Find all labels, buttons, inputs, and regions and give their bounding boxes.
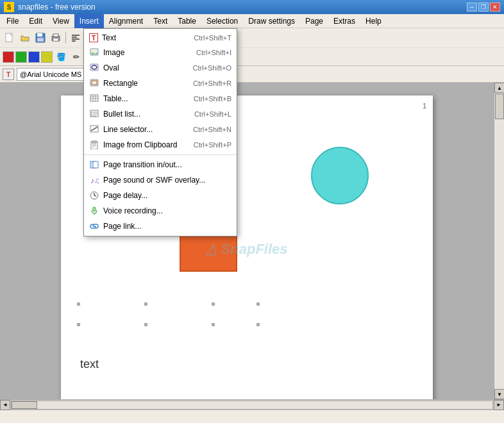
insert-table-shortcut: Ctrl+Shift+B — [194, 95, 231, 103]
oval-insert-icon — [89, 63, 99, 73]
page-number: 1 — [423, 102, 426, 110]
svg-point-38 — [91, 113, 92, 115]
page-link-item[interactable]: Page link... — [84, 219, 237, 234]
page-delay-item[interactable]: Page delay... — [84, 188, 237, 203]
menu-draw-settings[interactable]: Draw settings — [243, 14, 300, 28]
insert-table-label: Table... — [103, 94, 190, 103]
bullet-insert-icon — [89, 109, 99, 119]
close-button[interactable]: ✕ — [490, 3, 500, 12]
color-yellow-button[interactable] — [41, 51, 53, 63]
minimize-button[interactable]: ─ — [467, 3, 477, 12]
color-blue-button[interactable] — [28, 51, 40, 63]
voice-recording-icon — [89, 206, 99, 216]
menu-help[interactable]: Help — [360, 14, 387, 28]
main-content: 1 text △ SnapFiles ▲ ▼ — [0, 83, 504, 399]
voice-recording-item[interactable]: Voice recording... — [84, 203, 237, 219]
svg-point-26 — [91, 49, 94, 52]
menu-alignment[interactable]: Alignment — [104, 14, 148, 28]
line-insert-icon — [89, 124, 99, 135]
scroll-left-button[interactable]: ◄ — [0, 400, 10, 410]
insert-image-label: Image — [103, 48, 192, 57]
menu-view[interactable]: View — [47, 14, 74, 28]
fill-tool-button[interactable]: 🪣 — [54, 50, 68, 64]
bottom-scrollbar: ◄ ► — [0, 399, 504, 410]
title-bar: S snapfiles - free version ─ ❐ ✕ — [0, 0, 504, 14]
insert-bullet-item[interactable]: Bullet list... Ctrl+Shift+L — [84, 106, 237, 122]
insert-line-item[interactable]: Line selector... Ctrl+Shift+N — [84, 122, 237, 137]
toolbar-row-2: 🪣 ✏ 🔍 🔎 — [0, 47, 504, 65]
scroll-track-bottom[interactable] — [11, 401, 493, 410]
canvas-wrapper: 1 text △ SnapFiles — [0, 83, 494, 399]
print-button[interactable] — [49, 31, 63, 45]
image-insert-icon — [89, 47, 99, 58]
separator-1 — [65, 32, 66, 44]
insert-dropdown: T Text Ctrl+Shift+T Image Ctrl+Shift+I O… — [83, 28, 237, 236]
svg-text:♪♫: ♪♫ — [90, 176, 99, 185]
menu-edit[interactable]: Edit — [24, 14, 47, 28]
text-insert-icon: T — [89, 33, 98, 42]
insert-oval-item[interactable]: Oval Ctrl+Shift+O — [84, 60, 237, 76]
title-bar-left: S snapfiles - free version — [4, 2, 96, 12]
svg-rect-2 — [37, 33, 42, 37]
open-button[interactable] — [18, 31, 32, 45]
svg-rect-6 — [53, 38, 58, 41]
font-name-selector[interactable]: @Arial Unicode MS — [17, 68, 94, 81]
page-sound-icon: ♪♫ — [89, 175, 99, 185]
scroll-thumb-right[interactable] — [495, 94, 504, 119]
menu-table[interactable]: Table — [172, 14, 201, 28]
scroll-thumb-bottom[interactable] — [12, 401, 37, 409]
scroll-down-button[interactable]: ▼ — [494, 389, 504, 399]
insert-oval-label: Oval — [103, 63, 189, 72]
app-icon: S — [4, 2, 14, 12]
menu-extras[interactable]: Extras — [328, 14, 360, 28]
rectangle-insert-icon — [89, 78, 99, 88]
svg-rect-57 — [93, 207, 96, 212]
app-window: S snapfiles - free version ─ ❐ ✕ File Ed… — [0, 0, 504, 423]
insert-image-item[interactable]: Image Ctrl+Shift+I — [84, 45, 237, 60]
insert-clipboard-item[interactable]: Image from Clipboard Ctrl+Shift+P — [84, 137, 237, 153]
insert-text-item[interactable]: T Text Ctrl+Shift+T — [84, 31, 237, 45]
menu-text[interactable]: Text — [148, 14, 172, 28]
page-transition-icon — [89, 160, 99, 170]
status-bar — [0, 410, 504, 423]
menu-file[interactable]: File — [1, 14, 24, 28]
page-sound-item[interactable]: ♪♫ Page sound or SWF overlay... — [84, 172, 237, 188]
app-title: snapfiles - free version — [18, 3, 96, 12]
svg-line-56 — [94, 195, 96, 196]
svg-rect-31 — [90, 95, 98, 101]
svg-point-39 — [91, 115, 92, 117]
pencil-button[interactable]: ✏ — [69, 50, 83, 64]
toolbar-row-1: T ↺ ↻ 🔒 — [0, 28, 504, 47]
toolbar-area: T ↺ ↻ 🔒 🪣 ✏ 🔍 🔎 — [0, 28, 504, 66]
insert-table-item[interactable]: Table... Ctrl+Shift+B — [84, 91, 237, 106]
insert-rectangle-shortcut: Ctrl+Shift+R — [193, 79, 231, 87]
scroll-up-button[interactable]: ▲ — [494, 83, 504, 93]
clipboard-insert-icon — [89, 140, 99, 150]
menu-bar: File Edit View Insert Alignment Text Tab… — [0, 14, 504, 28]
menu-insert[interactable]: Insert — [74, 14, 104, 28]
insert-line-label: Line selector... — [103, 125, 189, 134]
insert-clipboard-label: Image from Clipboard — [103, 140, 190, 149]
dropdown-section-2: Page transition in/out... ♪♫ Page sound … — [84, 155, 237, 236]
menu-page[interactable]: Page — [300, 14, 328, 28]
save-button[interactable] — [33, 31, 47, 45]
scroll-track-right[interactable] — [494, 93, 504, 389]
svg-rect-46 — [92, 141, 96, 143]
restore-button[interactable]: ❐ — [478, 3, 489, 12]
scroll-right-button[interactable]: ► — [494, 400, 504, 410]
canvas-circle[interactable] — [311, 147, 369, 204]
text-icon: T — [3, 69, 14, 80]
color-green-button[interactable] — [15, 51, 27, 63]
new-button[interactable] — [3, 31, 17, 45]
canvas-text-element[interactable]: text — [80, 358, 99, 371]
right-scrollbar: ▲ ▼ — [494, 83, 504, 399]
align-left-button[interactable] — [69, 31, 83, 45]
color-red-button[interactable] — [3, 51, 14, 63]
voice-recording-label: Voice recording... — [103, 206, 231, 215]
dropdown-section-1: T Text Ctrl+Shift+T Image Ctrl+Shift+I O… — [84, 29, 237, 155]
page-transition-item[interactable]: Page transition in/out... — [84, 157, 237, 172]
menu-selection[interactable]: Selection — [201, 14, 243, 28]
insert-oval-shortcut: Ctrl+Shift+O — [192, 64, 231, 72]
insert-rectangle-item[interactable]: Rectangle Ctrl+Shift+R — [84, 76, 237, 91]
page-delay-icon — [89, 190, 99, 201]
